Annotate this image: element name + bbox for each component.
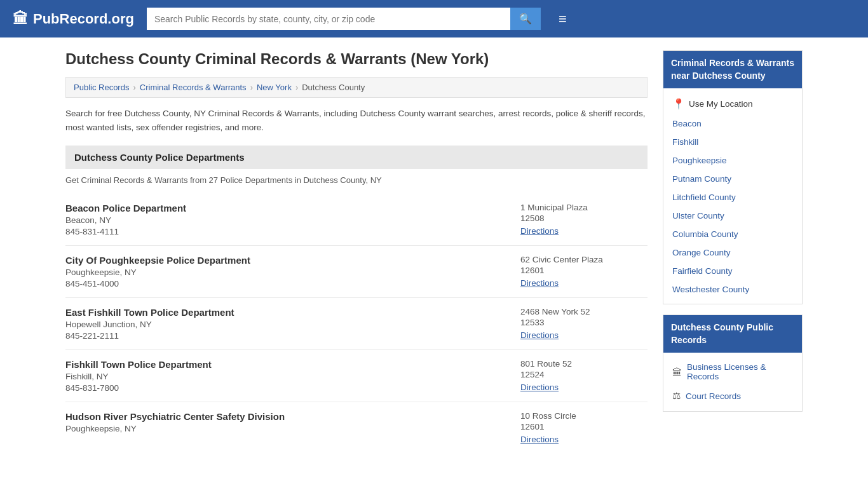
entry-zip-4: 12601 [520,422,648,431]
public-records-items: 🏛 Business Licenses & Records ⚖ Court Re… [663,358,802,406]
entries-list: Beacon Police Department Beacon, NY 845-… [65,194,648,453]
pub-icon-1: ⚖ [672,390,681,402]
use-my-location[interactable]: 📍 Use My Location [663,93,802,114]
menu-icon: ≡ [559,11,567,27]
public-records-box-title: Dutchess County Public Records [663,315,802,353]
entry-right-4: 10 Ross Circle 12601 Directions [520,411,648,444]
menu-button[interactable]: ≡ [559,11,567,27]
entry-address-3: 801 Route 52 [520,359,648,369]
search-button[interactable]: 🔍 [510,8,541,30]
page-description: Search for free Dutchess County, NY Crim… [65,107,648,134]
sidebar: Criminal Records & Warrants near Dutches… [663,50,803,453]
section-count: Get Criminal Records & Warrants from 27 … [65,175,648,185]
sidebar-item-nearby-9[interactable]: Westchester County [663,280,802,299]
section-header: Dutchess County Police Departments [65,146,648,169]
main-content: Dutchess County Criminal Records & Warra… [65,50,648,453]
entry-zip-3: 12524 [520,370,648,379]
entry-left-3: Fishkill Town Police Department Fishkill… [65,359,508,393]
pub-item-label-0: Business Licenses & Records [687,362,793,381]
public-records-box-body: 🏛 Business Licenses & Records ⚖ Court Re… [663,353,802,411]
entry-address-4: 10 Ross Circle [520,411,648,421]
breadcrumb-criminal-records[interactable]: Criminal Records & Warrants [140,83,247,92]
use-my-location-label: Use My Location [689,99,753,109]
public-records-box: Dutchess County Public Records 🏛 Busines… [663,315,803,412]
entry-phone-2: 845-221-2111 [65,331,508,341]
nearby-box-body: 📍 Use My Location BeaconFishkillPoughkee… [663,88,802,304]
sidebar-item-nearby-5[interactable]: Ulster County [663,207,802,225]
table-row: Fishkill Town Police Department Fishkill… [65,350,648,402]
location-icon: 📍 [672,98,685,110]
sidebar-item-nearby-6[interactable]: Columbia County [663,225,802,243]
entry-name-0: Beacon Police Department [65,203,508,214]
entry-name-1: City Of Poughkeepsie Police Department [65,255,508,266]
logo-icon: 🏛 [13,10,28,28]
entry-zip-0: 12508 [520,214,648,223]
entry-zip-1: 12601 [520,266,648,275]
pub-icon-0: 🏛 [672,367,682,377]
entry-left-1: City Of Poughkeepsie Police Department P… [65,255,508,288]
search-icon: 🔍 [519,13,532,24]
breadcrumb-sep-2: › [250,83,253,92]
sidebar-item-nearby-7[interactable]: Orange County [663,243,802,262]
sidebar-item-nearby-0[interactable]: Beacon [663,114,802,133]
entry-right-2: 2468 New York 52 12533 Directions [520,307,648,341]
main-container: Dutchess County Criminal Records & Warra… [53,37,815,453]
directions-link-1[interactable]: Directions [520,278,559,288]
directions-link-2[interactable]: Directions [520,330,559,340]
search-input[interactable] [147,8,510,30]
breadcrumb-dutchess-county: Dutchess County [302,83,365,92]
sidebar-item-nearby-2[interactable]: Poughkeepsie [663,151,802,170]
nearby-box: Criminal Records & Warrants near Dutches… [663,50,803,304]
sidebar-item-nearby-8[interactable]: Fairfield County [663,262,802,280]
entry-left-4: Hudson River Psychiatric Center Safety D… [65,411,508,444]
entry-name-4: Hudson River Psychiatric Center Safety D… [65,411,508,422]
site-header: 🏛 PubRecord.org 🔍 ≡ [0,0,868,37]
page-title: Dutchess County Criminal Records & Warra… [65,50,648,68]
logo-text: PubRecord.org [33,11,134,27]
entry-city-1: Poughkeepsie, NY [65,268,508,277]
sidebar-item-nearby-3[interactable]: Putnam County [663,170,802,188]
breadcrumb-sep-1: › [133,83,135,92]
entry-name-2: East Fishkill Town Police Department [65,307,508,318]
breadcrumb: Public Records › Criminal Records & Warr… [65,77,648,98]
entry-name-3: Fishkill Town Police Department [65,359,508,370]
entry-right-3: 801 Route 52 12524 Directions [520,359,648,393]
entry-address-0: 1 Municipal Plaza [520,203,648,212]
nearby-items: BeaconFishkillPoughkeepsiePutnam CountyL… [663,114,802,299]
directions-link-4[interactable]: Directions [520,435,559,444]
entry-left-2: East Fishkill Town Police Department Hop… [65,307,508,341]
breadcrumb-new-york[interactable]: New York [257,83,292,92]
sidebar-public-item-1[interactable]: ⚖ Court Records [663,386,802,406]
breadcrumb-public-records[interactable]: Public Records [74,83,129,92]
search-area: 🔍 [147,8,541,30]
sidebar-public-item-0[interactable]: 🏛 Business Licenses & Records [663,358,802,386]
entry-address-2: 2468 New York 52 [520,307,648,316]
nearby-box-title: Criminal Records & Warrants near Dutches… [663,51,802,88]
table-row: East Fishkill Town Police Department Hop… [65,298,648,350]
entry-right-1: 62 Civic Center Plaza 12601 Directions [520,255,648,288]
pub-item-label-1: Court Records [686,391,741,401]
entry-city-2: Hopewell Junction, NY [65,320,508,329]
sidebar-item-nearby-4[interactable]: Litchfield County [663,188,802,207]
entry-city-3: Fishkill, NY [65,372,508,381]
table-row: City Of Poughkeepsie Police Department P… [65,246,648,298]
entry-city-0: Beacon, NY [65,215,508,225]
entry-right-0: 1 Municipal Plaza 12508 Directions [520,203,648,236]
directions-link-3[interactable]: Directions [520,383,559,392]
table-row: Hudson River Psychiatric Center Safety D… [65,402,648,453]
sidebar-item-nearby-1[interactable]: Fishkill [663,133,802,151]
entry-city-4: Poughkeepsie, NY [65,424,508,433]
entry-zip-2: 12533 [520,318,648,327]
entry-phone-3: 845-831-7800 [65,383,508,393]
entry-address-1: 62 Civic Center Plaza [520,255,648,264]
breadcrumb-sep-3: › [295,83,298,92]
entry-left-0: Beacon Police Department Beacon, NY 845-… [65,203,508,236]
site-logo[interactable]: 🏛 PubRecord.org [13,10,134,28]
table-row: Beacon Police Department Beacon, NY 845-… [65,194,648,246]
directions-link-0[interactable]: Directions [520,226,559,236]
entry-phone-1: 845-451-4000 [65,279,508,288]
entry-phone-0: 845-831-4111 [65,227,508,236]
